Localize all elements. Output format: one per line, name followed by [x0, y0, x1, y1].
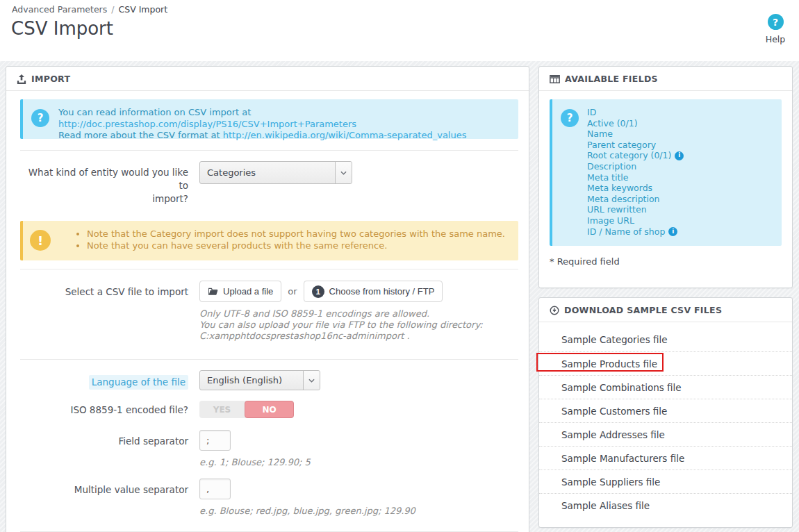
sample-products-link[interactable]: Sample Products file [539, 351, 792, 375]
samples-panel-header: DOWNLOAD SAMPLE CSV FILES [539, 298, 792, 322]
upload-file-button[interactable]: Upload a file [199, 281, 281, 302]
chevron-down-icon [335, 162, 352, 183]
multiple-separator-label: Multiple value separator [20, 479, 188, 497]
field-separator-label: Field separator [20, 430, 188, 448]
breadcrumb-section[interactable]: Advanced Parameters [12, 4, 107, 15]
help-button[interactable]: ? Help [757, 14, 793, 44]
divider [20, 269, 518, 269]
file-select-row: Select a CSV file to import Upload a fil… [6, 281, 529, 342]
import-panel-header: IMPORT [6, 67, 529, 91]
multiple-separator-input[interactable] [199, 479, 231, 499]
fields-list: ID Active (0/1) Name Parent category Roo… [587, 99, 684, 246]
category-warning-alert: ! Note that the Category import does not… [20, 221, 518, 260]
choose-from-history-button[interactable]: 1 Choose from history / FTP [304, 281, 443, 302]
breadcrumb-separator: / [111, 4, 114, 15]
info-line2-text: Read more about the CSV format at [58, 130, 223, 140]
field-item: Meta keywords [587, 183, 684, 194]
iso-row: ISO 8859-1 encoded file? YES NO [6, 401, 529, 418]
file-help-text: Only UTF-8 and ISO 8859-1 encodings are … [199, 308, 518, 342]
field-item: Image URL [587, 215, 684, 226]
language-row: Language of the file English (English) [6, 370, 529, 390]
language-select[interactable]: English (English) [199, 370, 320, 390]
samples-panel-title: DOWNLOAD SAMPLE CSV FILES [564, 305, 722, 315]
csv-info-text: You can read information on CSV import a… [58, 99, 518, 139]
table-icon [550, 75, 560, 83]
sample-customers-link[interactable]: Sample Customers file [539, 399, 792, 422]
download-circle-icon [550, 306, 559, 315]
warning-icon: ! [30, 230, 51, 251]
divider [20, 150, 518, 151]
page-title: CSV Import [11, 18, 113, 39]
warning-bullet-1: Note that the Category import does not s… [87, 228, 505, 240]
csv-import-doc-link[interactable]: http://doc.prestashop.com/display/PS16/C… [58, 119, 356, 129]
breadcrumb-current: CSV Import [118, 4, 167, 15]
available-fields-panel: AVAILABLE FIELDS ? ID Active (0/1) Name … [538, 66, 793, 288]
field-separator-input[interactable] [199, 430, 231, 451]
field-item: Name [587, 128, 684, 140]
available-fields-title: AVAILABLE FIELDS [565, 74, 658, 84]
sample-addresses-link[interactable]: Sample Addresses file [539, 422, 792, 446]
history-count-badge: 1 [312, 285, 324, 298]
iso-switch: YES NO [199, 401, 294, 418]
info-line1-text: You can read information on CSV import a… [58, 107, 251, 117]
file-help-line-1: Only UTF-8 and ISO 8859-1 encodings are … [199, 308, 518, 319]
import-panel-title: IMPORT [31, 74, 70, 84]
available-fields-header: AVAILABLE FIELDS [539, 67, 792, 91]
file-select-label: Select a CSV file to import [20, 281, 188, 299]
iso-switch-yes[interactable]: YES [199, 401, 245, 418]
field-item: Description [587, 161, 684, 172]
entity-select-value: Categories [200, 162, 335, 183]
field-item: Parent category [587, 140, 684, 151]
multiple-separator-example: e.g. Blouse; red.jpg, blue.jpg, green.jp… [199, 506, 518, 516]
field-item: Meta description [587, 194, 684, 205]
divider [20, 359, 518, 360]
sample-suppliers-link[interactable]: Sample Suppliers file [539, 469, 792, 493]
breadcrumb: Advanced Parameters/CSV Import [12, 4, 167, 15]
iso-switch-no[interactable]: NO [245, 401, 294, 418]
multiple-separator-row: Multiple value separator e.g. Blouse; re… [6, 479, 529, 516]
field-item: Active (0/1) [587, 118, 684, 129]
language-select-value: English (English) [200, 371, 303, 390]
info-icon[interactable]: i [675, 151, 684, 160]
language-label[interactable]: Language of the file [89, 375, 188, 390]
upload-file-label: Upload a file [223, 286, 273, 297]
choose-from-history-label: Choose from history / FTP [329, 286, 435, 297]
file-help-line-2: You can also upload your file via FTP to… [199, 319, 518, 331]
entity-row: What kind of entity would you like to im… [6, 161, 529, 206]
chevron-down-icon [303, 371, 320, 390]
iso-label: ISO 8859-1 encoded file? [20, 401, 188, 417]
or-text: or [288, 286, 297, 297]
warning-bullet-2: Note that you can have several products … [87, 240, 505, 252]
file-help-line-3: C:xampphtdocsprestashop16nc-adminimport … [199, 331, 518, 342]
samples-list: Sample Categories file Sample Products f… [539, 328, 792, 517]
question-icon: ? [31, 109, 49, 127]
field-item: URL rewritten [587, 204, 684, 215]
field-separator-row: Field separator e.g. 1; Blouse; 129.90; … [6, 430, 529, 467]
field-item: Root category (0/1)i [587, 150, 684, 161]
sample-manufacturers-link[interactable]: Sample Manufacturers file [539, 446, 792, 469]
folder-open-icon [208, 287, 218, 296]
help-label[interactable]: Help [766, 34, 786, 44]
fields-info-alert: ? ID Active (0/1) Name Parent category R… [550, 99, 782, 246]
field-item: Meta title [587, 172, 684, 183]
field-item: ID / Name of shopi [587, 226, 684, 238]
sample-categories-link[interactable]: Sample Categories file [539, 328, 792, 351]
sample-combinations-link[interactable]: Sample Combinations file [539, 375, 792, 399]
info-icon[interactable]: i [668, 227, 677, 236]
import-upload-icon [17, 74, 26, 84]
samples-panel: DOWNLOAD SAMPLE CSV FILES Sample Categor… [538, 297, 793, 528]
csv-info-alert: ? You can read information on CSV import… [20, 99, 518, 139]
entity-select[interactable]: Categories [199, 161, 352, 184]
help-question-icon[interactable]: ? [768, 14, 784, 30]
import-panel: IMPORT ? You can read information on CSV… [6, 66, 529, 532]
field-separator-example: e.g. 1; Blouse; 129.90; 5 [199, 457, 518, 467]
warning-bullets: Note that the Category import does not s… [51, 228, 505, 260]
entity-label: What kind of entity would you like to im… [20, 161, 188, 206]
page-header: Advanced Parameters/CSV Import CSV Impor… [0, 0, 799, 61]
required-field-note: * Required field [550, 256, 782, 267]
csv-format-wiki-link[interactable]: http://en.wikipedia.org/wiki/Comma-separ… [223, 130, 467, 140]
sample-aliases-link[interactable]: Sample Aliases file [539, 493, 792, 517]
field-item: ID [587, 107, 684, 118]
question-icon: ? [561, 109, 579, 127]
